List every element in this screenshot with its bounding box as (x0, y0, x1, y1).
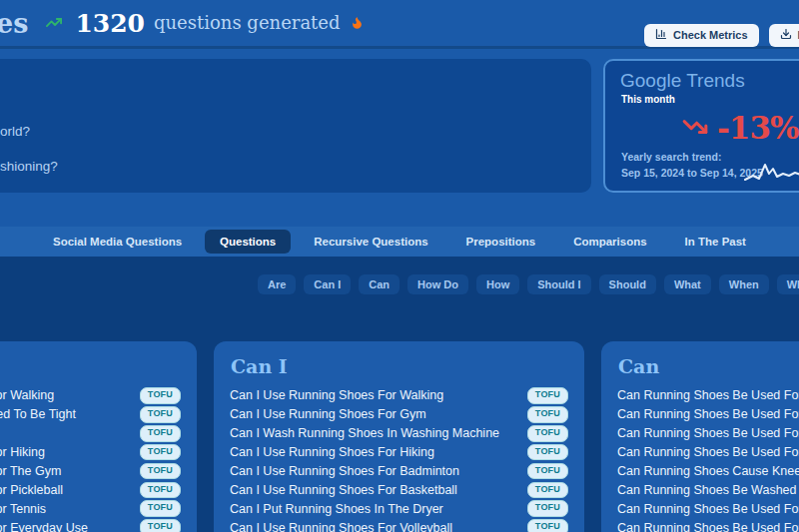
chip-when[interactable]: When (719, 274, 769, 294)
question-row[interactable]: Are Running Shoes Good For HikingTOFU (0, 443, 181, 462)
question-text: Can Running Shoes Be Used For Gym (617, 445, 799, 459)
question-row[interactable]: Can I Use Running Shoes For HikingTOFU (230, 443, 568, 462)
question-row[interactable]: Can Running Shoes Be Used For TennisTOFU (617, 405, 799, 424)
bar-chart-icon (655, 28, 667, 43)
question-row[interactable]: Can I Use Running Shoes For BasketballTO… (230, 480, 568, 499)
chip-should[interactable]: Should (599, 274, 656, 294)
chip-how[interactable]: How (476, 274, 519, 294)
question-row[interactable]: Can I Wash Running Shoes In Washing Mach… (230, 424, 568, 443)
question-row[interactable]: Are Running Shoes UnisexTOFU (0, 424, 181, 443)
question-card-can-i: Can ICan I Use Running Shoes For Walking… (214, 341, 584, 532)
trending-up-icon (42, 14, 66, 35)
question-row[interactable]: Can Running Shoes Be Washed In Washing M… (617, 480, 799, 499)
question-text: Can I Use Running Shoes For Volleyball (230, 521, 452, 532)
tab-recursive-questions[interactable]: Recursive Questions (299, 230, 442, 254)
question-text: Can I Use Running Shoes For Hiking (230, 445, 434, 459)
card-header: Can (618, 355, 799, 377)
tofu-badge: TOFU (140, 387, 181, 404)
question-text: Are Running Shoes Supposed To Be Tight (0, 407, 76, 421)
google-trends-panel: Google Trends This month -13% Yearly sea… (603, 59, 799, 193)
question-row[interactable]: Can I Use Running Shoes For VolleyballTO… (230, 518, 568, 532)
download-icon (780, 28, 792, 43)
filter-chip-row: AreCan ICanHow DoHowShould IShouldWhatWh… (258, 274, 799, 294)
question-row[interactable]: Are Running Shoes Good For TennisTOFU (0, 499, 181, 518)
question-row[interactable]: Can Running Shoes Be Used For HikingTOFU (617, 424, 799, 443)
tofu-badge: TOFU (140, 500, 181, 517)
tofu-badge: TOFU (140, 425, 181, 442)
tab-comparisons[interactable]: Comparisons (558, 230, 662, 254)
chip-should-i[interactable]: Should I (527, 274, 590, 294)
question-fragment: orld? (0, 124, 30, 139)
main-section: AreCan ICanHow DoHowShould IShouldWhatWh… (0, 257, 799, 532)
chip-are[interactable]: Are (258, 274, 296, 294)
chip-how-do[interactable]: How Do (407, 274, 468, 294)
question-row[interactable]: Can I Use Running Shoes For WalkingTOFU (230, 386, 568, 405)
tofu-badge: TOFU (527, 500, 568, 517)
question-text: Can Running Shoes Cause Knee Pain (617, 464, 799, 478)
question-row[interactable]: Are Running Shoes Good For Everyday UseT… (0, 518, 181, 532)
question-text: Are Running Shoes Good For Everyday Use (0, 521, 88, 532)
tab-in-the-past[interactable]: In The Past (670, 230, 761, 254)
question-text: Can I Use Running Shoes For Badminton (230, 464, 459, 478)
question-row[interactable]: Are Running Shoes Supposed To Be TightTO… (0, 405, 181, 424)
question-row[interactable]: Are Running Shoes Good For The GymTOFU (0, 462, 181, 481)
question-count: 1320 (75, 11, 145, 36)
tofu-badge: TOFU (527, 406, 568, 423)
fire-icon (350, 15, 365, 34)
question-row[interactable]: Can Running Shoes Be Used For Volleyball… (617, 518, 799, 532)
tab-social-media-questions[interactable]: Social Media Questions (38, 230, 197, 254)
question-text: Are Running Shoes Good For Pickleball (0, 483, 63, 497)
check-metrics-button[interactable]: Check Metrics (644, 24, 759, 47)
question-card-are: AreAre Running Shoes Good For WalkingTOF… (0, 341, 197, 532)
tofu-badge: TOFU (140, 406, 181, 423)
question-row[interactable]: Are Running Shoes Good For WalkingTOFU (0, 386, 181, 405)
question-text: Can I Wash Running Shoes In Washing Mach… (230, 426, 499, 440)
question-row[interactable]: Can Running Shoes Cause Knee PainTOFU (617, 462, 799, 481)
card-header: Can I (231, 355, 568, 377)
question-row[interactable]: Are Running Shoes Good For PickleballTOF… (0, 480, 181, 499)
tofu-badge: TOFU (140, 482, 181, 499)
tofu-badge: TOFU (140, 444, 181, 461)
sparkline-chart (743, 157, 799, 191)
question-text: Can Running Shoes Be Used For Volleyball (617, 521, 799, 532)
card-header: Are (0, 355, 181, 377)
chip-can-i[interactable]: Can I (304, 274, 351, 294)
question-row[interactable]: Can Running Shoes Be Used For GymTOFU (617, 443, 799, 462)
trend-change-value: -13% (717, 113, 798, 144)
question-text: Can Running Shoes Be Used For Basketball (617, 502, 799, 516)
tofu-badge: TOFU (140, 463, 181, 480)
tab-questions[interactable]: Questions (205, 230, 291, 254)
question-text: Are Running Shoes Good For Hiking (0, 445, 45, 459)
check-metrics-label: Check Metrics (673, 29, 748, 42)
app-window: es 1320 questions generated Check Metric… (0, 0, 799, 532)
chip-what[interactable]: What (664, 274, 711, 294)
question-text: Can I Use Running Shoes For Walking (230, 388, 443, 402)
tab-prepositions[interactable]: Prepositions (451, 230, 551, 254)
question-fragment: shioning? (0, 159, 58, 174)
question-text: Are Running Shoes Good For Walking (0, 388, 54, 402)
question-row[interactable]: Can I Use Running Shoes For GymTOFU (230, 405, 568, 424)
trend-range: Yearly search trend: Sep 15, 2024 to Sep… (621, 150, 763, 182)
question-count-label: questions generated (154, 14, 341, 32)
question-row[interactable]: Can Running Shoes Be Used For Basketball… (617, 499, 799, 518)
chip-where-are[interactable]: Where Are (777, 274, 799, 294)
question-text: Are Running Shoes Good For Tennis (0, 502, 46, 516)
question-text: Can I Put Running Shoes In The Dryer (230, 502, 443, 516)
question-text: Can Running Shoes Be Used For Tennis (617, 407, 799, 421)
download-button[interactable]: Download (769, 24, 799, 47)
question-row[interactable]: Can I Put Running Shoes In The DryerTOFU (230, 499, 568, 518)
chip-can[interactable]: Can (359, 274, 400, 294)
question-text: Can I Use Running Shoes For Gym (230, 407, 426, 421)
question-row[interactable]: Can Running Shoes Be Used For WalkingTOF… (617, 386, 799, 405)
question-text: Can Running Shoes Be Used For Hiking (617, 426, 799, 440)
tofu-badge: TOFU (527, 387, 568, 404)
tofu-badge: TOFU (527, 425, 568, 442)
tofu-badge: TOFU (527, 519, 568, 532)
page-title: es (0, 10, 28, 37)
tofu-badge: TOFU (527, 444, 568, 461)
question-text: Can Running Shoes Be Used For Walking (617, 388, 799, 402)
tofu-badge: TOFU (527, 482, 568, 499)
questions-preview-panel: orld?shioning? (0, 59, 591, 193)
header-actions: Check Metrics Download (644, 24, 799, 47)
question-row[interactable]: Can I Use Running Shoes For BadmintonTOF… (230, 462, 568, 481)
